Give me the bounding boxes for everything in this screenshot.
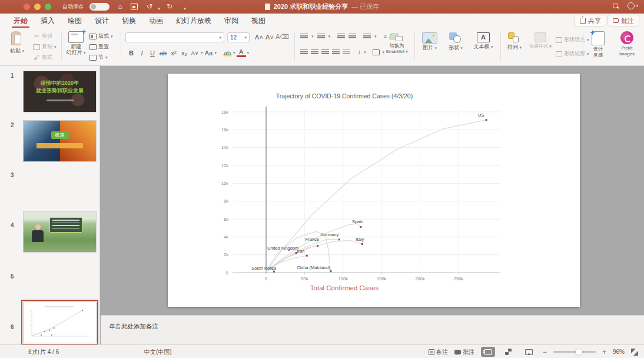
char-spacing-button[interactable]: A∨ [190,50,200,56]
covid-trajectory-chart: Trajectory of COVID-19 Confirmed Cases (… [168,74,580,307]
saved-status[interactable]: — 已保存 [351,3,379,10]
tab-view[interactable]: 视图 [245,14,272,28]
pickit-images-button[interactable]: PickitImages [615,31,639,57]
new-slide-icon: + [68,31,84,43]
align-right-icon[interactable] [321,49,329,55]
bold-button[interactable]: B [127,49,136,57]
tab-home[interactable]: 开始 [7,14,34,28]
presenter-icon [525,349,533,355]
language-indicator[interactable]: 中文(中国) [144,348,172,356]
slide-number: 1 [11,72,20,79]
tab-animations[interactable]: 动画 [142,14,170,28]
slide-canvas[interactable]: Trajectory of COVID-19 Confirmed Cases (… [168,74,580,307]
convert-smartart-button[interactable]: 转换为SmartArt ▾ [381,32,412,54]
align-center-icon[interactable] [311,49,318,55]
comments-button[interactable]: 批注 [608,15,639,26]
copy-button[interactable]: 复制 ▾ [33,42,57,51]
layout-button[interactable]: 版式 ▾ [89,32,113,41]
layout-icon [89,34,97,39]
zoom-percentage[interactable]: 96% [613,349,625,355]
design-ideas-button[interactable]: 设计灵感 [586,31,610,58]
tab-transitions[interactable]: 切换 [115,14,142,28]
subscript-button[interactable]: x₂ [180,49,189,57]
textbox-button[interactable]: A 文本框 ▾ [471,32,496,50]
change-case-button[interactable]: Aa [204,49,214,57]
shapes-button[interactable]: 形状 ▾ [445,32,466,51]
slide-sorter-view-button[interactable] [502,347,516,357]
slide-thumbnail-2[interactable]: 机遇 [24,121,96,161]
slideshow-view-button[interactable] [522,347,536,357]
superscript-button[interactable]: x² [169,49,178,57]
tab-design[interactable]: 设计 [88,14,115,28]
cut-icon: ✂ [33,33,40,39]
tab-insert[interactable]: 插入 [34,14,61,28]
status-bar: 幻灯片 4 / 6 中文(中国) 备注 批注 − + 96% [0,344,644,358]
shape-fill-button[interactable]: 形状填充 ▾ [556,36,589,44]
zoom-out-button[interactable]: − [543,348,547,356]
normal-view-icon [484,349,492,355]
account-icon[interactable] [628,2,635,9]
format-painter-button[interactable]: 🖌格式 [33,53,52,62]
strikethrough-button[interactable]: ab [158,49,168,57]
arrange-button[interactable]: 排列 ▾ [504,32,525,51]
comments-toggle-button[interactable]: 批注 [454,348,474,356]
new-slide-button[interactable]: + 新建幻灯片 ▾ [65,31,87,55]
reset-button[interactable]: 重置 [89,42,109,51]
account-chevron-icon: ▾ [636,4,638,8]
share-button[interactable]: 共享 [575,15,606,26]
tab-slideshow[interactable]: 幻灯片放映 [170,14,218,28]
search-icon[interactable] [612,2,619,9]
columns-icon[interactable] [343,49,350,55]
slide-thumbnail-4-selected[interactable] [24,302,96,343]
numbering-icon[interactable] [317,34,325,39]
svg-text:6k: 6k [224,217,228,222]
font-name-combo[interactable]: ▾ [125,32,224,42]
align-text-icon[interactable] [373,49,380,55]
share-icon [580,18,586,24]
grow-font-button[interactable]: A˄ [254,34,264,41]
zoom-slider-knob[interactable] [576,349,582,355]
shapes-icon [449,32,462,44]
zoom-slider[interactable] [553,351,596,353]
bullets-icon[interactable] [300,34,308,39]
svg-text:United Kingdom: United Kingdom [267,246,298,251]
underline-button[interactable]: U [148,49,157,57]
svg-text:China (Mainland): China (Mainland) [297,265,331,270]
indent-icon[interactable] [348,34,356,39]
quick-styles-button[interactable]: 快速样式 ▾ [527,32,553,49]
clear-format-button[interactable]: A⌫ [275,33,289,41]
list-level-icon[interactable] [363,34,371,39]
svg-text:250k: 250k [454,276,464,281]
slide-thumbnail-1[interactable]: 疫情中的2020年 就业形势和职业发展 [24,71,96,112]
svg-text:0: 0 [226,270,228,276]
tab-draw[interactable]: 绘图 [61,14,88,28]
zoom-in-button[interactable]: + [602,348,606,356]
shrink-font-button[interactable]: A˅ [265,34,274,41]
font-size-combo[interactable]: 12▾ [227,32,250,42]
normal-view-button[interactable] [481,347,495,357]
align-buttons: ↕▾ ▾ [300,49,384,55]
paste-button[interactable]: 粘贴 ▾ [7,31,27,54]
format-painter-icon: 🖌 [33,54,40,61]
highlight-button[interactable]: ab [223,49,232,57]
svg-text:Total Confirmed Cases: Total Confirmed Cases [310,284,379,291]
svg-text:0: 0 [265,276,267,281]
svg-text:50k: 50k [301,276,308,281]
align-left-icon[interactable] [300,49,308,55]
justify-icon[interactable] [332,49,340,55]
outdent-icon[interactable] [337,34,345,39]
arrange-icon [508,32,521,43]
tab-review[interactable]: 审阅 [218,14,245,28]
fullscreen-icon[interactable] [631,349,638,356]
section-button[interactable]: 节 ▾ [89,53,108,62]
slide-thumbnail-3[interactable] [24,211,96,252]
cut-button[interactable]: ✂剪切 [33,32,52,41]
notes-toggle-button[interactable]: 备注 [429,348,448,356]
font-size-buttons: A˄ A˅ A⌫ [254,33,289,41]
picture-button[interactable]: 图片 ▾ [419,32,440,51]
shape-outline-button[interactable]: 形状轮廓 ▾ [556,50,589,58]
notes-pane[interactable]: 单击此处添加备注 [101,315,644,344]
font-color-button[interactable]: A [237,49,246,57]
line-spacing-icon[interactable]: ↕ [358,49,361,55]
italic-button[interactable]: I [137,49,147,57]
